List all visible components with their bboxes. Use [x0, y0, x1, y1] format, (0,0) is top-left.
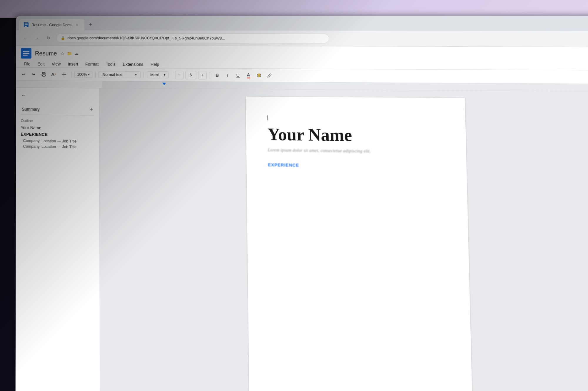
- font-selector[interactable]: Merri... ▾: [147, 71, 169, 78]
- summary-label: Summary: [22, 107, 40, 112]
- text-color-button[interactable]: A: [244, 71, 253, 80]
- italic-button[interactable]: I: [223, 71, 232, 79]
- sidebar-item-yourname[interactable]: Your Name: [21, 125, 94, 131]
- docs-logo: [21, 48, 31, 58]
- sidebar-item-job2[interactable]: Company, Location — Job Title: [21, 144, 94, 149]
- separator-3: [144, 72, 144, 78]
- lock-icon: 🔒: [61, 36, 65, 40]
- tab-close-button[interactable]: ×: [74, 22, 80, 27]
- font-size-minus-button[interactable]: −: [175, 71, 183, 79]
- menu-extensions[interactable]: Extensions: [120, 61, 146, 68]
- menu-file[interactable]: File: [21, 60, 34, 67]
- summary-row: Summary +: [21, 103, 94, 115]
- style-value: Normal text: [103, 72, 123, 77]
- text-cursor: [267, 115, 268, 120]
- folder-icon[interactable]: 📁: [67, 51, 72, 56]
- address-bar[interactable]: 🔒 docs.google.com/document/d/1Q6-tJtK6KU…: [56, 33, 329, 43]
- back-button[interactable]: ←: [21, 34, 29, 42]
- forward-button[interactable]: →: [33, 34, 41, 42]
- document-subtitle: Lorem ipsum dolor sit amet, consectetue …: [268, 147, 444, 155]
- menu-help[interactable]: Help: [148, 61, 162, 68]
- zoom-arrow: ▾: [88, 73, 90, 76]
- menu-format[interactable]: Format: [82, 61, 101, 68]
- new-tab-button[interactable]: +: [86, 20, 95, 29]
- style-selector[interactable]: Normal text ▾: [98, 71, 141, 78]
- sidebar-item-experience[interactable]: EXPERIENCE: [21, 132, 94, 137]
- tab-title: Resume - Google Docs: [31, 23, 71, 27]
- separator-2: [95, 71, 96, 77]
- separator-4: [172, 72, 172, 78]
- browser-window: Resume - Google Docs × + ← → ↻ 🔒 docs.go…: [16, 16, 588, 391]
- zoom-selector[interactable]: 100% ▾: [74, 71, 92, 78]
- outline-label: Outline: [21, 118, 94, 124]
- menu-insert[interactable]: Insert: [65, 61, 81, 68]
- undo-button[interactable]: ↩: [20, 70, 28, 78]
- underline-button[interactable]: U: [234, 71, 243, 80]
- cloud-icon: ☁: [74, 51, 78, 56]
- svg-rect-0: [43, 75, 45, 76]
- document-page: Your Name Lorem ipsum dolor sit amet, co…: [245, 97, 472, 391]
- menu-tools[interactable]: Tools: [103, 61, 118, 68]
- ruler-marker[interactable]: [162, 83, 166, 85]
- redo-button[interactable]: ↪: [30, 70, 38, 78]
- print-button[interactable]: [40, 70, 48, 78]
- docs-tab-icon: [24, 22, 29, 27]
- spell-check-button[interactable]: A✓: [50, 70, 58, 78]
- refresh-button[interactable]: ↻: [44, 34, 53, 42]
- sidebar-back-button[interactable]: ←: [21, 93, 94, 99]
- text-color-icon: A: [247, 72, 250, 78]
- document-area[interactable]: Your Name Lorem ipsum dolor sit amet, co…: [99, 88, 588, 391]
- docs-header: Resume ☆ 📁 ☁ File Edit View Insert Forma…: [16, 46, 588, 71]
- separator-5: [210, 72, 210, 78]
- font-value: Merri...: [150, 73, 163, 77]
- document-title[interactable]: Resume: [35, 50, 57, 57]
- highlight-button[interactable]: [255, 71, 263, 80]
- tab-bar: Resume - Google Docs × +: [16, 16, 588, 31]
- font-arrow: ▾: [164, 73, 165, 76]
- menu-view[interactable]: View: [49, 61, 64, 68]
- document-experience-heading: EXPERIENCE: [268, 162, 444, 170]
- paint-format-button[interactable]: [60, 70, 68, 78]
- pencil-button[interactable]: [265, 71, 274, 80]
- font-size-input[interactable]: 6: [185, 71, 196, 79]
- font-size-plus-button[interactable]: +: [198, 71, 206, 79]
- url-text: docs.google.com/document/d/1Q6-tJtK6KUyC…: [68, 36, 325, 41]
- document-name-heading: Your Name: [268, 125, 444, 146]
- bold-button[interactable]: B: [213, 71, 221, 79]
- style-arrow: ▾: [135, 73, 137, 76]
- address-bar-area: ← → ↻ 🔒 docs.google.com/document/d/1Q6-t…: [16, 30, 588, 47]
- sidebar-item-job1[interactable]: Company, Location — Job Title: [21, 138, 94, 144]
- docs-title-icons: ☆ 📁 ☁: [61, 51, 79, 56]
- summary-add-button[interactable]: +: [90, 106, 93, 113]
- active-tab[interactable]: Resume - Google Docs ×: [19, 19, 84, 30]
- main-content: ← Summary + Outline Your Name EXPERIENCE…: [16, 88, 588, 391]
- document-cursor-area: [267, 115, 443, 122]
- document-sidebar: ← Summary + Outline Your Name EXPERIENCE…: [16, 88, 100, 391]
- menu-edit[interactable]: Edit: [34, 61, 47, 68]
- separator-1: [71, 71, 71, 77]
- zoom-value: 100%: [77, 72, 87, 77]
- star-icon[interactable]: ☆: [61, 51, 65, 56]
